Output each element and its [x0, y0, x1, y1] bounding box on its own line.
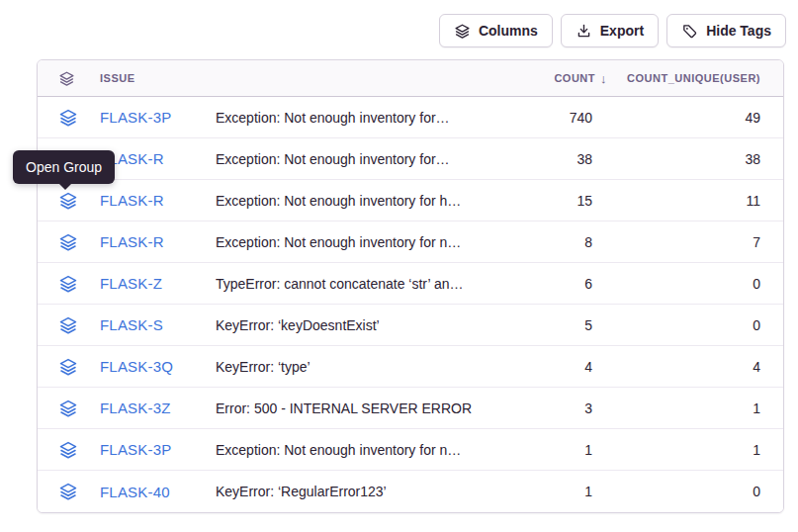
open-group-icon[interactable] — [58, 357, 100, 377]
open-group-icon[interactable] — [58, 108, 100, 128]
issue-link[interactable]: FLASK-R — [100, 192, 216, 209]
table-row: FLASK-3P Exception: Not enough inventory… — [38, 429, 783, 471]
issue-link[interactable]: FLASK-40 — [100, 484, 216, 500]
download-icon — [576, 23, 592, 40]
columns-button-label: Columns — [479, 23, 538, 39]
table-row: FLASK-40 KeyError: ‘RegularError123’ 1 0 — [38, 471, 783, 512]
issue-title: Exception: Not enough inventory for h… — [216, 193, 484, 209]
columns-button[interactable]: Columns — [439, 14, 553, 47]
open-group-icon[interactable] — [58, 191, 100, 211]
export-button-label: Export — [600, 23, 644, 39]
count-unique-value: 49 — [592, 110, 760, 126]
open-group-tooltip: Open Group — [13, 150, 115, 184]
count-value: 38 — [484, 151, 592, 167]
issue-link[interactable]: FLASK-R — [100, 150, 216, 167]
issue-title: KeyError: ‘RegularError123’ — [216, 484, 484, 499]
count-unique-value: 1 — [592, 442, 760, 458]
layers-icon — [58, 70, 100, 87]
issue-link[interactable]: FLASK-3P — [100, 109, 216, 126]
hide-tags-button[interactable]: Hide Tags — [666, 14, 786, 47]
table-row: FLASK-Z TypeError: cannot concatenate ‘s… — [38, 263, 783, 305]
table-row: FLASK-R Exception: Not enough inventory … — [38, 180, 783, 222]
count-value: 4 — [484, 359, 592, 375]
open-group-tooltip-label: Open Group — [26, 159, 102, 175]
table-header-row: ISSUE COUNT ↓ COUNT_UNIQUE(USER) — [38, 60, 783, 97]
count-value: 740 — [484, 110, 592, 126]
issue-link[interactable]: FLASK-Z — [100, 275, 216, 292]
count-value: 6 — [484, 276, 592, 292]
count-unique-value: 0 — [592, 317, 760, 333]
layers-icon — [454, 23, 471, 40]
count-unique-value: 38 — [592, 151, 760, 167]
export-button[interactable]: Export — [561, 14, 659, 47]
toolbar: Columns Export Hide Tags — [439, 14, 786, 47]
issue-title: Exception: Not enough inventory for… — [216, 110, 484, 126]
issue-title: Exception: Not enough inventory for… — [216, 151, 484, 167]
issue-title: Exception: Not enough inventory for n… — [216, 234, 484, 250]
column-header-count-unique-user[interactable]: COUNT_UNIQUE(USER) — [592, 72, 760, 84]
count-value: 3 — [484, 400, 592, 416]
table-row: FLASK-S KeyError: ‘keyDoesntExist’ 5 0 — [38, 305, 783, 346]
issue-title: TypeError: cannot concatenate ‘str’ an… — [216, 276, 484, 292]
table-row: FLASK-R Exception: Not enough inventory … — [38, 222, 783, 263]
results-table: ISSUE COUNT ↓ COUNT_UNIQUE(USER) FLASK-3… — [37, 59, 784, 513]
count-unique-value: 0 — [592, 276, 760, 292]
tag-icon — [681, 23, 698, 40]
issue-title: KeyError: ‘keyDoesntExist’ — [216, 317, 484, 333]
open-group-icon[interactable] — [58, 482, 100, 501]
issue-link[interactable]: FLASK-3P — [100, 441, 216, 458]
issue-link[interactable]: FLASK-S — [100, 316, 216, 333]
open-group-icon[interactable] — [58, 315, 100, 335]
count-value: 1 — [484, 442, 592, 458]
count-value: 15 — [484, 193, 592, 209]
issue-title: Exception: Not enough inventory for n… — [216, 442, 484, 458]
table-row: FLASK-3P Exception: Not enough inventory… — [38, 97, 783, 138]
column-header-issue[interactable]: ISSUE — [100, 72, 216, 84]
table-row: FLASK-R Exception: Not enough inventory … — [38, 138, 783, 180]
count-unique-value: 0 — [592, 484, 760, 499]
issue-title: Error: 500 - INTERNAL SERVER ERROR — [216, 400, 484, 416]
issue-link[interactable]: FLASK-3Q — [100, 358, 216, 375]
count-value: 8 — [484, 234, 592, 250]
issue-link[interactable]: FLASK-R — [100, 233, 216, 250]
count-unique-value: 11 — [592, 193, 760, 209]
count-unique-value: 7 — [592, 234, 760, 250]
table-row: FLASK-3Z Error: 500 - INTERNAL SERVER ER… — [38, 388, 783, 429]
count-value: 5 — [484, 317, 592, 333]
open-group-icon[interactable] — [58, 232, 100, 252]
open-group-icon[interactable] — [58, 440, 100, 460]
count-unique-value: 4 — [592, 359, 760, 375]
issue-title: KeyError: ‘type’ — [216, 359, 484, 375]
count-value: 1 — [484, 484, 592, 499]
table-row: FLASK-3Q KeyError: ‘type’ 4 4 — [38, 346, 783, 388]
count-unique-value: 1 — [592, 400, 760, 416]
hide-tags-button-label: Hide Tags — [706, 23, 771, 39]
open-group-icon[interactable] — [58, 399, 100, 418]
open-group-icon[interactable] — [58, 274, 100, 294]
column-header-count[interactable]: COUNT ↓ — [484, 71, 592, 86]
issue-link[interactable]: FLASK-3Z — [100, 399, 216, 416]
